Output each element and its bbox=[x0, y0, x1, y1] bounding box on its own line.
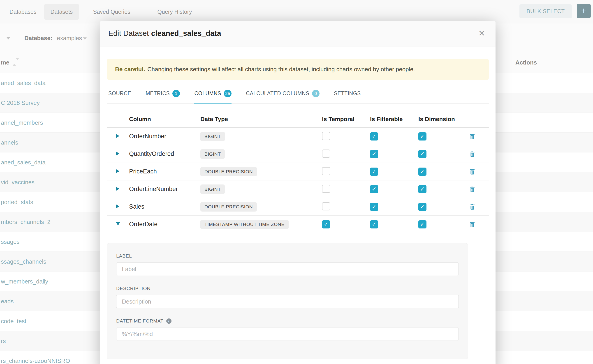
delete-column-icon[interactable] bbox=[469, 168, 476, 175]
tab-settings-label: SETTINGS bbox=[334, 91, 361, 97]
data-type-pill: BIGINT bbox=[200, 132, 225, 141]
is-dimension-checkbox[interactable] bbox=[418, 150, 427, 158]
data-type-pill: DOUBLE PRECISION bbox=[200, 167, 257, 176]
column-name: OrderNumber bbox=[129, 133, 200, 140]
is-filterable-checkbox[interactable] bbox=[370, 132, 378, 141]
data-type-pill: DOUBLE PRECISION bbox=[200, 202, 257, 212]
tab-calculated-columns-label: CALCULATED COLUMNS bbox=[246, 91, 309, 97]
label-field-label: LABEL bbox=[116, 253, 459, 259]
is-temporal-checkbox[interactable] bbox=[322, 220, 330, 228]
expand-caret-icon[interactable] bbox=[116, 134, 119, 138]
tab-source[interactable]: SOURCE bbox=[108, 87, 131, 102]
tab-columns[interactable]: COLUMNS 25 bbox=[194, 87, 231, 103]
close-icon[interactable]: ✕ bbox=[476, 27, 488, 39]
is-filterable-checkbox[interactable] bbox=[370, 203, 378, 211]
column-row: OrderLineNumber BIGINT bbox=[107, 180, 489, 198]
modal-title-prefix: Edit Dataset bbox=[108, 29, 149, 38]
tab-source-label: SOURCE bbox=[108, 91, 131, 97]
is-temporal-checkbox[interactable] bbox=[322, 202, 330, 210]
is-dimension-checkbox[interactable] bbox=[418, 132, 427, 141]
is-dimension-checkbox[interactable] bbox=[418, 203, 427, 211]
data-type-pill: BIGINT bbox=[200, 184, 225, 194]
column-row: OrderNumber BIGINT bbox=[107, 128, 489, 145]
label-input[interactable] bbox=[116, 262, 459, 276]
data-type-header: Data Type bbox=[200, 116, 322, 123]
tab-calculated-columns[interactable]: CALCULATED COLUMNS 0 bbox=[246, 87, 320, 103]
modal-tabs: SOURCE METRICS 1 COLUMNS 25 CALCULATED C… bbox=[107, 87, 489, 104]
tab-metrics-label: METRICS bbox=[145, 91, 170, 97]
is-temporal-checkbox[interactable] bbox=[322, 150, 330, 158]
data-type-pill: TIMESTAMP WITHOUT TIME ZONE bbox=[200, 220, 289, 229]
warning-banner-bold: Be careful. bbox=[115, 66, 145, 73]
is-dimension-checkbox[interactable] bbox=[418, 168, 427, 176]
column-row-expanded: OrderDate TIMESTAMP WITHOUT TIME ZONE bbox=[107, 216, 489, 233]
is-dimension-checkbox[interactable] bbox=[418, 220, 427, 228]
expand-caret-icon[interactable] bbox=[116, 169, 119, 173]
tab-settings[interactable]: SETTINGS bbox=[334, 87, 361, 102]
column-header: Column bbox=[129, 116, 200, 123]
modal-body: Be careful. Changing these settings will… bbox=[100, 46, 495, 359]
column-name: QuantityOrdered bbox=[129, 150, 200, 157]
modal-title-dataset-name: cleaned_sales_data bbox=[151, 29, 221, 38]
delete-column-icon[interactable] bbox=[469, 221, 476, 228]
column-name: Sales bbox=[129, 203, 200, 210]
is-temporal-checkbox[interactable] bbox=[322, 132, 330, 140]
collapse-caret-icon[interactable] bbox=[116, 222, 120, 226]
is-filterable-checkbox[interactable] bbox=[370, 185, 378, 193]
is-temporal-checkbox[interactable] bbox=[322, 185, 330, 193]
delete-column-icon[interactable] bbox=[469, 186, 476, 193]
is-filterable-checkbox[interactable] bbox=[370, 150, 378, 158]
tab-columns-label: COLUMNS bbox=[194, 91, 221, 97]
datetime-format-field-label: DATETIME FORMAT i bbox=[116, 318, 459, 324]
metrics-count-badge: 1 bbox=[172, 90, 180, 97]
delete-column-icon[interactable] bbox=[469, 133, 476, 140]
is-temporal-checkbox[interactable] bbox=[322, 167, 330, 175]
is-temporal-header: Is Temporal bbox=[322, 116, 370, 123]
warning-banner: Be careful. Changing these settings will… bbox=[107, 59, 489, 80]
column-row: PriceEach DOUBLE PRECISION bbox=[107, 163, 489, 180]
tab-metrics[interactable]: METRICS 1 bbox=[145, 87, 180, 103]
expand-caret-icon[interactable] bbox=[116, 152, 119, 156]
is-filterable-header: Is Filterable bbox=[370, 116, 418, 123]
column-editor-panel: LABEL DESCRIPTION DATETIME FORMAT i bbox=[107, 243, 468, 359]
is-filterable-checkbox[interactable] bbox=[370, 168, 378, 176]
delete-column-icon[interactable] bbox=[469, 203, 476, 210]
columns-count-badge: 25 bbox=[224, 90, 231, 97]
expand-caret-icon[interactable] bbox=[116, 204, 119, 208]
edit-dataset-modal: Edit Datasetcleaned_sales_data ✕ Be care… bbox=[100, 21, 495, 364]
is-dimension-checkbox[interactable] bbox=[418, 185, 427, 193]
column-name: OrderLineNumber bbox=[129, 186, 200, 193]
column-row: QuantityOrdered BIGINT bbox=[107, 145, 489, 163]
info-icon[interactable]: i bbox=[166, 318, 171, 324]
warning-banner-text: Changing these settings will affect all … bbox=[147, 66, 415, 73]
description-field-label: DESCRIPTION bbox=[116, 286, 459, 291]
modal-header: Edit Datasetcleaned_sales_data ✕ bbox=[100, 21, 495, 46]
column-name: OrderDate bbox=[129, 221, 200, 228]
is-filterable-checkbox[interactable] bbox=[370, 220, 378, 228]
is-dimension-header: Is Dimension bbox=[418, 116, 466, 123]
modal-title: Edit Datasetcleaned_sales_data bbox=[108, 29, 221, 38]
delete-column-icon[interactable] bbox=[469, 151, 476, 157]
column-row: Sales DOUBLE PRECISION bbox=[107, 198, 489, 216]
columns-table-header: Column Data Type Is Temporal Is Filterab… bbox=[107, 104, 489, 128]
calculated-columns-count-badge: 0 bbox=[312, 90, 320, 97]
description-input[interactable] bbox=[116, 295, 459, 308]
expand-caret-icon[interactable] bbox=[116, 187, 119, 191]
column-name: PriceEach bbox=[129, 168, 200, 175]
datetime-format-input[interactable] bbox=[116, 327, 459, 341]
data-type-pill: BIGINT bbox=[200, 149, 225, 159]
